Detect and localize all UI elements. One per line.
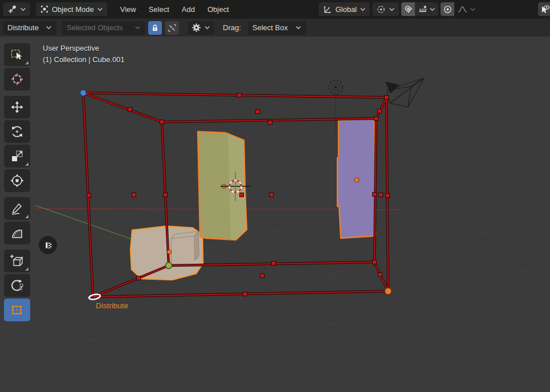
tool-shelf xyxy=(4,43,30,323)
mode-dropdown[interactable]: Object Mode xyxy=(36,2,107,16)
vertex-handle[interactable] xyxy=(378,109,382,113)
chevron-down-icon xyxy=(389,6,395,13)
drag-mode-label: Select Box xyxy=(252,23,288,32)
vertex-handle[interactable] xyxy=(385,96,389,100)
target-objects-dropdown[interactable]: Selected Objects xyxy=(62,21,145,35)
active-tool-label: Distribute xyxy=(7,23,39,32)
drag-label: Drag: xyxy=(223,23,241,32)
menu-view[interactable]: View xyxy=(115,5,141,14)
vertex-handle[interactable] xyxy=(386,194,390,198)
pivot-point-icon xyxy=(376,5,386,14)
menu-select[interactable]: Select xyxy=(144,5,174,14)
vertex-handle[interactable] xyxy=(373,260,377,264)
chevron-down-icon xyxy=(295,24,302,31)
move-tool[interactable] xyxy=(4,96,30,119)
tool-settings-bar: Distribute Selected Objects xyxy=(0,18,550,36)
vertex-handle[interactable] xyxy=(260,274,264,278)
tool-options-dropdown[interactable] xyxy=(188,21,214,35)
tool-hint-label: Distribute xyxy=(96,301,128,310)
vertex-handle[interactable] xyxy=(268,121,272,125)
vertex-handle[interactable] xyxy=(240,193,244,197)
green-plane-shade xyxy=(228,134,247,240)
vertex-handle[interactable] xyxy=(87,194,91,198)
protractor-icon xyxy=(10,226,25,240)
measure-tool[interactable] xyxy=(4,222,30,244)
vertex-handle[interactable] xyxy=(238,93,242,97)
editor-type-icon xyxy=(7,4,17,14)
snap-mode-dropdown[interactable] xyxy=(415,2,438,16)
vertex-handle[interactable] xyxy=(164,193,168,197)
menu-add[interactable]: Add xyxy=(177,5,200,14)
object-origin-dot xyxy=(168,250,172,254)
vertex-handle[interactable] xyxy=(160,120,164,124)
collapsed-panel-toggle[interactable] xyxy=(39,236,57,254)
snap-increment-icon xyxy=(418,5,427,14)
select-box-icon xyxy=(10,47,25,62)
viewport-canvas[interactable]: Distribute xyxy=(0,36,550,392)
chevron-down-icon xyxy=(429,6,435,13)
vertex-handle[interactable] xyxy=(128,108,132,112)
add-cube-icon xyxy=(10,254,25,268)
vertex-handle[interactable] xyxy=(243,292,247,296)
menu-object[interactable]: Object xyxy=(202,5,234,14)
transform-tool[interactable] xyxy=(4,169,30,192)
camera-and-empty[interactable] xyxy=(329,78,424,107)
rotate-tool[interactable] xyxy=(4,120,30,143)
vertex-handle[interactable] xyxy=(373,193,377,197)
corner-vertex-dot[interactable] xyxy=(80,90,87,96)
snap-toggle[interactable] xyxy=(401,2,415,16)
shrink-arrows-icon xyxy=(168,23,177,32)
editor-type-selector[interactable] xyxy=(3,2,30,16)
vertex-handle[interactable] xyxy=(374,117,378,121)
object-origin-dot xyxy=(355,178,359,182)
cursor-3d-icon xyxy=(10,72,25,87)
orientation-label: Global xyxy=(335,5,357,14)
scale-icon xyxy=(10,149,25,164)
vertex-handle[interactable] xyxy=(132,193,136,197)
lock-toggle[interactable] xyxy=(148,21,162,35)
object-mode-icon xyxy=(40,5,49,14)
vertex-handle[interactable] xyxy=(272,262,276,266)
snapping-group xyxy=(401,2,438,16)
cursor-tool[interactable] xyxy=(4,68,30,91)
pivot-dropdown[interactable] xyxy=(372,2,399,16)
lock-icon xyxy=(150,23,160,32)
orientation-axes-icon xyxy=(323,5,332,14)
viewport-header: Object Mode View Select Add Object Globa… xyxy=(0,0,550,18)
select-box-tool[interactable] xyxy=(4,43,30,66)
vertex-handle[interactable] xyxy=(379,193,383,197)
spin-icon xyxy=(10,278,25,293)
distribute-tool[interactable] xyxy=(4,299,30,321)
active-tool-dropdown[interactable]: Distribute xyxy=(3,21,56,35)
orientation-dropdown[interactable]: Global xyxy=(319,2,370,16)
visibility-dropdown[interactable] xyxy=(538,2,550,16)
fit-toggle[interactable] xyxy=(165,21,179,35)
falloff-curve-icon xyxy=(457,5,468,14)
annotate-tool[interactable] xyxy=(4,197,30,220)
context-label: (1) Collection | Cube.001 xyxy=(43,55,125,64)
falloff-dropdown[interactable] xyxy=(454,2,479,16)
chevron-down-icon xyxy=(20,6,26,13)
chevron-down-icon xyxy=(97,6,103,13)
chevron-down-icon xyxy=(360,6,366,13)
viewport-3d[interactable]: Distribute User Perspective (1) Collecti… xyxy=(0,36,550,392)
move-arrows-icon xyxy=(10,100,25,115)
chevron-down-icon xyxy=(470,6,476,13)
chevron-down-icon xyxy=(135,24,141,31)
vertex-handle[interactable] xyxy=(270,193,274,197)
vertex-handle[interactable] xyxy=(137,276,141,280)
proportional-editing-icon xyxy=(443,5,453,14)
add-cube-tool[interactable] xyxy=(4,250,30,272)
distribute-cube-icon xyxy=(10,303,25,317)
proportional-editing-toggle[interactable] xyxy=(441,2,454,16)
spin-tool[interactable] xyxy=(4,274,30,297)
scale-tool[interactable] xyxy=(4,145,30,168)
vertex-handle[interactable] xyxy=(378,273,382,277)
corner-vertex-dot[interactable] xyxy=(166,263,172,269)
drag-mode-dropdown[interactable]: Select Box xyxy=(248,21,306,35)
view-label: User Perspective xyxy=(43,44,99,52)
target-objects-label: Selected Objects xyxy=(67,23,123,32)
panel-checker-icon xyxy=(43,240,53,250)
corner-vertex-dot[interactable] xyxy=(385,288,392,295)
vertex-handle[interactable] xyxy=(256,110,260,114)
